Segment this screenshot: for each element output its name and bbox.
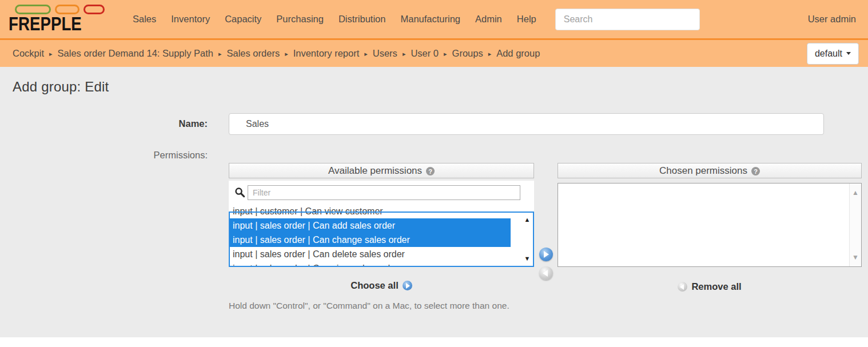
logo-pill-red xyxy=(83,5,105,14)
help-text: Hold down "Control", or "Command" on a M… xyxy=(229,301,509,311)
breadcrumb: Cockpit ▸ Sales order Demand 14: Supply … xyxy=(13,48,540,59)
chosen-permissions-list[interactable]: ▲ ▼ xyxy=(558,183,862,267)
move-selected-left-button[interactable] xyxy=(539,266,553,280)
chosen-permissions-header: Chosen permissions ? xyxy=(558,163,862,178)
breadcrumb-item[interactable]: Cockpit xyxy=(13,48,44,59)
available-scrollbar[interactable]: ▲ ▼ xyxy=(521,213,533,266)
menu-item[interactable]: Manufacturing xyxy=(393,14,468,25)
menu-item[interactable]: Distribution xyxy=(331,14,393,25)
main-menu: SalesInventoryCapacityPurchasingDistribu… xyxy=(125,14,544,25)
chosen-permissions-title: Chosen permissions xyxy=(659,165,747,177)
scroll-down-icon[interactable]: ▼ xyxy=(852,254,859,261)
page-title: Add group: Edit xyxy=(0,67,868,95)
breadcrumb-separator-icon: ▸ xyxy=(364,49,368,58)
help-row: Hold down "Control", or "Command" on a M… xyxy=(0,301,868,311)
help-spacer xyxy=(0,301,229,311)
menu-item[interactable]: Sales xyxy=(125,14,164,25)
breadcrumb-separator-icon: ▸ xyxy=(488,49,492,58)
caret-down-icon xyxy=(846,52,851,55)
available-permissions-list[interactable]: input | customer | Can view customerinpu… xyxy=(229,204,534,267)
permissions-label: Permissions: xyxy=(0,150,208,161)
menu-item[interactable]: Purchasing xyxy=(269,14,331,25)
group-name-input[interactable] xyxy=(229,113,824,135)
breadcrumb-item[interactable]: Users xyxy=(373,48,397,59)
selector-gap xyxy=(534,163,558,292)
permission-option[interactable]: input | sales order | Can view sales ord… xyxy=(229,261,534,267)
top-navbar: FREPPLE SalesInventoryCapacityPurchasing… xyxy=(0,0,868,38)
breadcrumb-separator-icon: ▸ xyxy=(285,49,288,58)
scenario-label: default xyxy=(815,49,842,59)
available-permissions-header: Available permissions ? xyxy=(229,163,534,178)
breadcrumb-separator-icon: ▸ xyxy=(49,49,53,58)
menu-item[interactable]: Admin xyxy=(468,14,509,25)
frepple-logo[interactable]: FREPPLE xyxy=(9,5,109,34)
remove-all-button[interactable]: Remove all xyxy=(558,281,862,292)
permissions-selector: Available permissions ? input | xyxy=(229,163,862,292)
user-menu[interactable]: User admin xyxy=(808,14,856,25)
permission-option[interactable]: input | sales order | Can add sales orde… xyxy=(229,218,511,233)
available-permissions-title: Available permissions xyxy=(328,165,422,177)
available-options: input | customer | Can view customerinpu… xyxy=(229,204,534,267)
name-label: Name: xyxy=(0,113,208,129)
move-selected-right-button[interactable] xyxy=(539,248,553,261)
name-row: Name: xyxy=(0,113,868,135)
search-icon xyxy=(234,187,245,198)
available-column: Available permissions ? input | xyxy=(229,163,534,292)
frepple-logo-text: FREPPLE xyxy=(9,14,93,34)
permission-option[interactable]: input | customer | Can view customer xyxy=(229,204,534,218)
scroll-down-icon[interactable]: ▼ xyxy=(524,256,531,262)
breadcrumb-separator-icon: ▸ xyxy=(403,49,406,58)
breadcrumb-item[interactable]: Sales orders xyxy=(227,48,280,59)
filter-input[interactable] xyxy=(248,185,520,200)
filter-panel xyxy=(229,181,534,204)
search-input[interactable] xyxy=(555,9,700,30)
choose-all-arrow-icon xyxy=(403,281,412,290)
scroll-up-icon[interactable]: ▲ xyxy=(852,189,859,196)
breadcrumb-item[interactable]: Sales order Demand 14: Supply Path xyxy=(58,48,213,59)
breadcrumb-item[interactable]: Inventory report xyxy=(293,48,360,59)
menu-item[interactable]: Inventory xyxy=(164,14,217,25)
menu-item[interactable]: Help xyxy=(509,14,544,25)
scroll-up-icon[interactable]: ▲ xyxy=(524,217,531,223)
choose-all-label: Choose all xyxy=(351,280,398,291)
breadcrumb-item[interactable]: Groups xyxy=(452,48,483,59)
breadcrumb-item[interactable]: User 0 xyxy=(411,48,439,59)
remove-all-arrow-icon xyxy=(678,282,687,292)
breadcrumb-bar: Cockpit ▸ Sales order Demand 14: Supply … xyxy=(0,38,868,67)
chosen-column: Chosen permissions ? ▲ ▼ Remove all xyxy=(558,163,862,292)
help-icon[interactable]: ? xyxy=(751,167,760,176)
scenario-selector-button[interactable]: default xyxy=(807,43,859,65)
breadcrumb-separator-icon: ▸ xyxy=(444,49,447,58)
breadcrumb-item[interactable]: Add group xyxy=(496,48,540,59)
permission-option[interactable]: input | sales order | Can change sales o… xyxy=(229,233,511,247)
main-content: Add group: Edit Name: Permissions: Avail… xyxy=(0,67,868,337)
chosen-scrollbar[interactable]: ▲ ▼ xyxy=(849,184,861,266)
breadcrumb-separator-icon: ▸ xyxy=(218,49,222,58)
help-icon[interactable]: ? xyxy=(426,167,435,176)
permission-option[interactable]: input | sales order | Can delete sales o… xyxy=(229,247,534,261)
permissions-row: Permissions: Available permissions ? xyxy=(0,150,868,292)
choose-all-button[interactable]: Choose all xyxy=(229,280,534,291)
remove-all-label: Remove all xyxy=(691,281,741,292)
menu-item[interactable]: Capacity xyxy=(217,14,269,25)
